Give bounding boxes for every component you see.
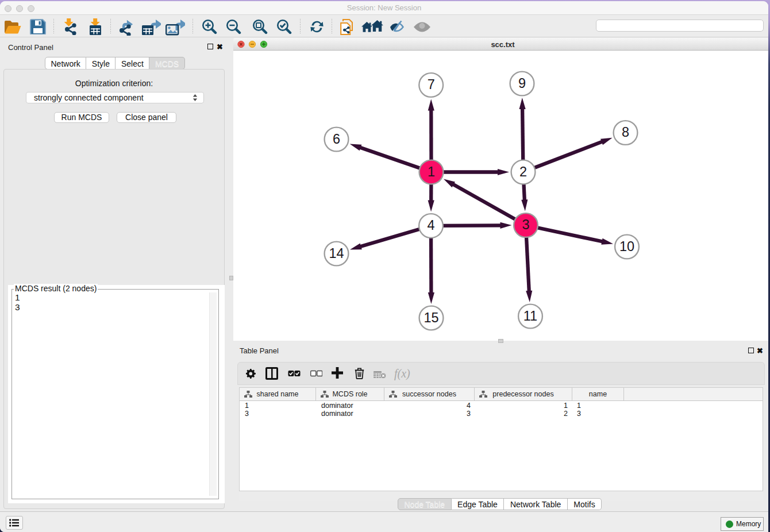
svg-text:4: 4	[427, 218, 434, 233]
svg-text:14: 14	[329, 246, 344, 261]
svg-text:8: 8	[622, 125, 629, 140]
svg-text:6: 6	[333, 132, 340, 147]
svg-text:1: 1	[428, 164, 435, 179]
svg-text:10: 10	[619, 239, 634, 254]
svg-text:7: 7	[428, 77, 435, 92]
svg-text:2: 2	[519, 164, 527, 179]
svg-text:3: 3	[522, 217, 529, 232]
svg-text:9: 9	[518, 76, 526, 91]
svg-text:15: 15	[424, 310, 438, 325]
svg-text:11: 11	[523, 309, 537, 323]
